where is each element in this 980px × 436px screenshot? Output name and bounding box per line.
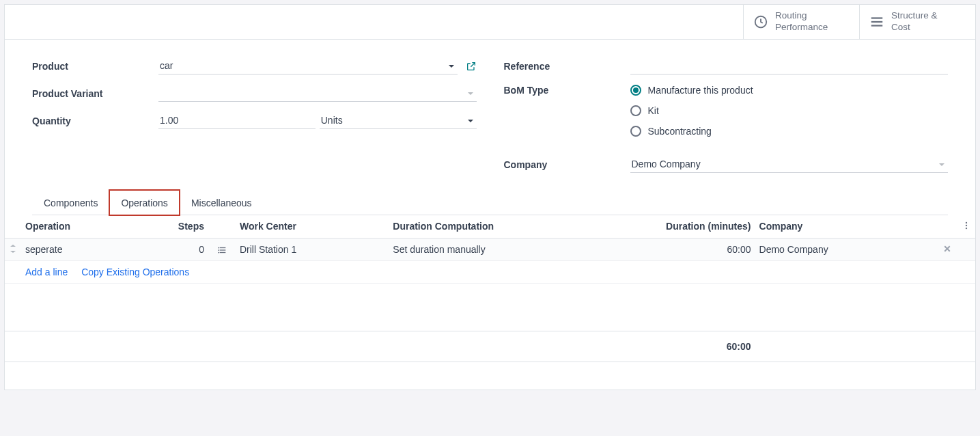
drag-handle-icon[interactable] <box>5 238 21 260</box>
reference-label: Reference <box>504 61 630 72</box>
delete-row-button[interactable] <box>937 238 957 260</box>
structure-line1: Structure & <box>891 10 938 22</box>
bom-type-subcontracting-radio[interactable]: Subcontracting <box>630 126 949 137</box>
table-options-button[interactable] <box>957 215 975 239</box>
radio-checked-icon <box>630 85 641 96</box>
list-icon <box>869 14 884 29</box>
bom-form-card: Routing Performance Structure & Cost Pro… <box>4 4 976 390</box>
svg-point-10 <box>218 247 219 249</box>
company-select[interactable] <box>630 156 949 173</box>
product-variant-input[interactable] <box>158 85 477 102</box>
cell-work-center: Drill Station 1 <box>236 238 389 260</box>
tab-components[interactable]: Components <box>32 190 109 215</box>
tab-operations[interactable]: Operations <box>109 190 179 215</box>
form-body: Product Product Variant <box>5 40 975 190</box>
col-duration-minutes: Duration (minutes) <box>646 215 755 239</box>
bom-type-manufacture-radio[interactable]: Manufacture this product <box>630 85 949 96</box>
external-link-icon[interactable] <box>466 61 477 72</box>
radio-unchecked-icon <box>630 126 641 137</box>
steps-list-icon[interactable] <box>218 245 227 255</box>
bom-type-kit-radio[interactable]: Kit <box>630 105 949 116</box>
col-steps: Steps <box>147 215 208 239</box>
quantity-unit-select[interactable] <box>320 112 477 129</box>
product-input[interactable] <box>158 57 458 74</box>
bom-type-kit-label: Kit <box>648 105 659 116</box>
routing-performance-button[interactable]: Routing Performance <box>743 5 859 39</box>
col-company: Company <box>755 215 937 239</box>
radio-unchecked-icon <box>630 105 641 116</box>
total-row: 60:00 <box>5 331 975 362</box>
operations-table: Operation Steps Work Center Duration Com… <box>5 215 975 362</box>
structure-cost-button[interactable]: Structure & Cost <box>859 5 975 39</box>
bom-type-label: BoM Type <box>504 85 630 96</box>
total-duration: 60:00 <box>646 331 755 362</box>
col-operation: Operation <box>21 215 147 239</box>
copy-existing-operations-link[interactable]: Copy Existing Operations <box>81 267 189 277</box>
cell-company: Demo Company <box>755 238 937 260</box>
cell-operation: seperate <box>21 238 147 260</box>
cell-duration-minutes: 60:00 <box>646 238 755 260</box>
col-work-center: Work Center <box>236 215 389 239</box>
company-label: Company <box>504 159 630 170</box>
left-column: Product Product Variant <box>32 57 477 183</box>
routing-line2: Performance <box>775 22 828 33</box>
bom-type-subcontracting-label: Subcontracting <box>648 126 712 137</box>
clock-icon <box>753 14 768 29</box>
add-line-link[interactable]: Add a line <box>25 267 68 277</box>
reference-input[interactable] <box>630 57 949 74</box>
bom-type-manufacture-label: Manufacture this product <box>648 85 753 96</box>
col-duration-computation: Duration Computation <box>389 215 645 239</box>
cell-steps: 0 <box>147 238 208 260</box>
svg-point-12 <box>218 252 219 254</box>
tabs-container: Components Operations Miscellaneous <box>5 190 975 215</box>
tab-bar: Components Operations Miscellaneous <box>32 190 948 215</box>
structure-line2: Cost <box>891 22 938 33</box>
svg-point-4 <box>966 222 967 223</box>
product-label: Product <box>32 61 158 72</box>
right-column: Reference BoM Type Manufacture this prod… <box>504 57 949 183</box>
stat-button-row: Routing Performance Structure & Cost <box>5 5 975 40</box>
svg-point-5 <box>966 225 967 226</box>
quantity-input[interactable] <box>158 112 316 129</box>
table-row[interactable]: seperate 0 Drill Station 1 Set duration … <box>5 238 975 260</box>
svg-point-11 <box>218 249 219 251</box>
cell-duration-computation: Set duration manually <box>389 238 645 260</box>
svg-point-6 <box>966 228 967 229</box>
routing-line1: Routing <box>775 10 828 22</box>
quantity-label: Quantity <box>32 115 158 126</box>
product-variant-label: Product Variant <box>32 88 158 99</box>
tab-miscellaneous[interactable]: Miscellaneous <box>180 190 264 215</box>
